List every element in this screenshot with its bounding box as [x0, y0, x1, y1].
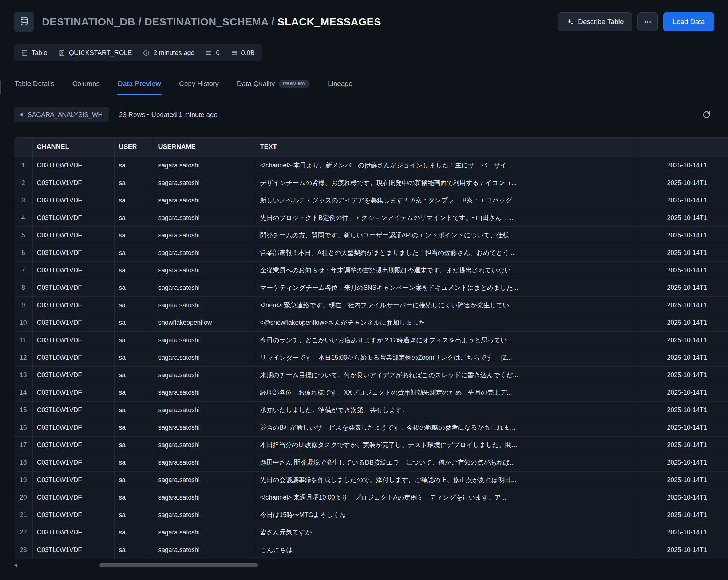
table-row[interactable]: 20C03TL0W1VDFsasagara.satoshi<!channel> … — [14, 489, 728, 506]
user-cell: sa — [114, 157, 154, 174]
table-row[interactable]: 13C03TL0W1VDFsasagara.satoshi来期のチーム目標につい… — [14, 366, 728, 384]
more-options-button[interactable] — [637, 12, 658, 31]
table-row[interactable]: 11C03TL0W1VDFsasagara.satoshi今日のランチ、どこかい… — [14, 331, 728, 349]
table-row[interactable]: 23C03TL0W1VDFsasagara.satoshiこんにちは2025-1… — [14, 541, 728, 559]
database-icon — [19, 16, 29, 28]
refresh-button[interactable] — [699, 107, 714, 122]
channel-cell: C03TL0W1VDF — [32, 454, 114, 471]
scrollbar-track[interactable] — [21, 563, 714, 567]
user-cell: sa — [114, 296, 154, 314]
table-row[interactable]: 9C03TL0W1VDFsasagara.satoshi<!here> 緊急連絡… — [14, 296, 728, 314]
row-number-cell: 18 — [14, 454, 32, 471]
row-number-cell: 3 — [14, 192, 32, 209]
column-header-text[interactable]: TEXT — [256, 138, 635, 157]
text-cell: マーケティングチーム各位：来月のSNSキャンペーン案をドキュメントにまとめました… — [256, 279, 635, 296]
tab-data-quality[interactable]: Data Quality PREVIEW — [236, 75, 310, 95]
channel-cell: C03TL0W1VDF — [32, 226, 114, 244]
data-preview-grid: CHANNEL USER USERNAME TEXT 1C03TL0W1VDFs… — [14, 137, 728, 559]
row-number-cell: 2 — [14, 174, 32, 192]
user-cell: sa — [114, 366, 154, 384]
username-cell: sagara.satoshi — [154, 524, 256, 541]
column-header-channel[interactable]: CHANNEL — [32, 138, 114, 157]
tab-data-preview[interactable]: Data Preview — [117, 75, 162, 95]
username-cell: sagara.satoshi — [154, 349, 256, 366]
preview-toolbar: SAGARA_ANALYSIS_WH 23 Rows • Updated 1 m… — [14, 107, 714, 122]
timestamp-cell: 2025-10-14T1 — [635, 384, 728, 401]
table-row[interactable]: 5C03TL0W1VDFsasagara.satoshi開発チームの方、質問です… — [14, 226, 728, 244]
warehouse-selector[interactable]: SAGARA_ANALYSIS_WH — [14, 107, 109, 122]
channel-cell: C03TL0W1VDF — [32, 261, 114, 279]
table-row[interactable]: 3C03TL0W1VDFsasagara.satoshi新しいノベルティグッズの… — [14, 192, 728, 209]
channel-cell: C03TL0W1VDF — [32, 471, 114, 489]
table-row[interactable]: 4C03TL0W1VDFsasagara.satoshi先日のプロジェクトB定例… — [14, 209, 728, 226]
role-icon — [58, 50, 65, 56]
row-number-cell: 23 — [14, 541, 32, 559]
object-type-label: Table — [32, 49, 47, 57]
object-type: Table — [21, 49, 47, 57]
table-row[interactable]: 19C03TL0W1VDFsasagara.satoshi先日の会議議事録を作成… — [14, 471, 728, 489]
username-cell: sagara.satoshi — [154, 157, 256, 174]
table-row[interactable]: 15C03TL0W1VDFsasagara.satoshi承知いたしました。準備… — [14, 401, 728, 419]
text-cell: 営業部速報！本日、A社との大型契約がまとまりました！担当の佐藤さん、おめでとう.… — [256, 244, 635, 261]
left-edge-scroll-indicator — [0, 81, 1, 94]
row-number-cell: 16 — [14, 419, 32, 436]
text-cell: @田中さん 開発環境で発生しているDB接続エラーについて、何かご存知の点があれば… — [256, 454, 635, 471]
preview-badge: PREVIEW — [279, 80, 310, 88]
scroll-left-arrow-icon[interactable]: ◀ — [14, 563, 17, 567]
describe-table-button[interactable]: Describe Table — [558, 12, 632, 31]
text-cell: 来期のチーム目標について、何か良いアイデアがあればこのスレッドに書き込んでくだ.… — [256, 366, 635, 384]
timestamp-cell: 2025-10-14T1 — [635, 401, 728, 419]
timestamp-cell: 2025-10-14T1 — [635, 349, 728, 366]
row-count-label: 0 — [216, 49, 219, 57]
timestamp-cell: 2025-10-14T1 — [635, 489, 728, 506]
user-cell: sa — [114, 419, 154, 436]
table-row[interactable]: 14C03TL0W1VDFsasagara.satoshi経理部各位、お疲れ様で… — [14, 384, 728, 401]
column-header-user[interactable]: USER — [114, 138, 154, 157]
user-cell: sa — [114, 279, 154, 296]
username-cell: snowflakeopenflow — [154, 314, 256, 331]
table-row[interactable]: 2C03TL0W1VDFsasagara.satoshiデザインチームの皆様、お… — [14, 174, 728, 192]
load-data-button[interactable]: Load Data — [663, 12, 714, 31]
text-cell: <!here> 緊急連絡です。現在、社内ファイルサーバーに接続しにくい障害が発生… — [256, 296, 635, 314]
sparkle-icon — [566, 18, 574, 26]
tab-columns[interactable]: Columns — [72, 75, 100, 95]
row-number-cell: 7 — [14, 261, 32, 279]
table-row[interactable]: 6C03TL0W1VDFsasagara.satoshi営業部速報！本日、A社と… — [14, 244, 728, 261]
table-row[interactable]: 10C03TL0W1VDFsasnowflakeopenflow<@snowfl… — [14, 314, 728, 331]
user-cell: sa — [114, 489, 154, 506]
scrollbar-thumb[interactable] — [99, 563, 258, 567]
row-number-cell: 22 — [14, 524, 32, 541]
row-number-cell: 19 — [14, 471, 32, 489]
user-cell: sa — [114, 401, 154, 419]
timestamp-cell: 2025-10-14T1 — [635, 454, 728, 471]
table-row[interactable]: 22C03TL0W1VDFsasagara.satoshi皆さん元気ですか202… — [14, 524, 728, 541]
username-cell: sagara.satoshi — [154, 244, 256, 261]
channel-cell: C03TL0W1VDF — [32, 279, 114, 296]
warehouse-name: SAGARA_ANALYSIS_WH — [28, 111, 103, 119]
column-header-username[interactable]: USERNAME — [154, 138, 256, 157]
warehouse-status-dot — [20, 113, 23, 116]
table-row[interactable]: 16C03TL0W1VDFsasagara.satoshi競合のB社が新しいサー… — [14, 419, 728, 436]
timestamp-cell: 2025-10-14T1 — [635, 471, 728, 489]
table-icon — [21, 50, 28, 56]
column-header-timestamp[interactable] — [635, 138, 728, 157]
table-row[interactable]: 18C03TL0W1VDFsasagara.satoshi@田中さん 開発環境で… — [14, 454, 728, 471]
tab-lineage[interactable]: Lineage — [327, 75, 353, 95]
database-object-tile — [14, 12, 34, 32]
table-row[interactable]: 12C03TL0W1VDFsasagara.satoshiリマインダーです。本日… — [14, 349, 728, 366]
table-row[interactable]: 7C03TL0W1VDFsasagara.satoshi全従業員へのお知らせ：年… — [14, 261, 728, 279]
channel-cell: C03TL0W1VDF — [32, 541, 114, 559]
text-cell: 本日担当分のUI改修タスクですが、実装が完了し、テスト環境にデプロイしました。関… — [256, 436, 635, 454]
channel-cell: C03TL0W1VDF — [32, 157, 114, 174]
row-number-cell: 4 — [14, 209, 32, 226]
table-row[interactable]: 8C03TL0W1VDFsasagara.satoshiマーケティングチーム各位… — [14, 279, 728, 296]
timestamp-cell: 2025-10-14T1 — [635, 226, 728, 244]
tab-copy-history[interactable]: Copy History — [178, 75, 219, 95]
table-row[interactable]: 17C03TL0W1VDFsasagara.satoshi本日担当分のUI改修タ… — [14, 436, 728, 454]
text-cell: 開発チームの方、質問です。新しいユーザー認証APIのエンドポイントについて、仕様… — [256, 226, 635, 244]
row-number-cell: 10 — [14, 314, 32, 331]
breadcrumb-path[interactable]: DESTINATION_DB / DESTINATION_SCHEMA / — [42, 16, 277, 28]
table-row[interactable]: 21C03TL0W1VDFsasagara.satoshi今日は15時〜MTGよ… — [14, 506, 728, 524]
tab-table-details[interactable]: Table Details — [14, 75, 55, 95]
table-row[interactable]: 1C03TL0W1VDFsasagara.satoshi<!channel> 本… — [14, 157, 728, 174]
